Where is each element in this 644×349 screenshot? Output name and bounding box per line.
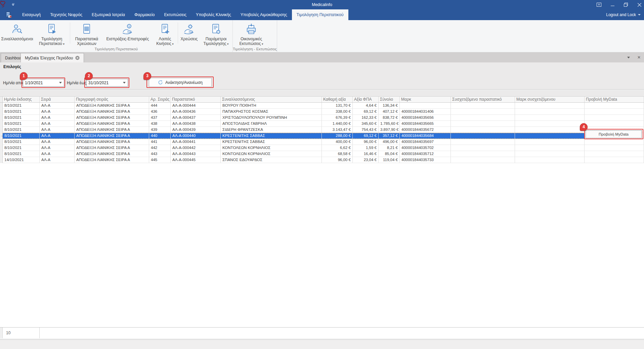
column-header[interactable]: Μαρκ συσχετιζόμενου (515, 97, 585, 102)
menu-tab[interactable]: Εισαγωγή (17, 9, 45, 20)
dropdown-caret-icon: ▾ (171, 42, 174, 46)
grid-cell: 443 (149, 151, 171, 157)
grid-cell (585, 115, 644, 121)
view-mydata-button[interactable]: Προβολή MyData (586, 130, 642, 138)
date-to-input[interactable] (86, 79, 128, 87)
case-invoicing-icon (46, 22, 58, 37)
ribbon-button[interactable]: Παράμετροι Τιμολόγησης ▾ (200, 21, 232, 46)
grid-row[interactable]: 8/10/2021ΑΛ-ΑΑΠΟΔΕΙΞΗ ΛΙΑΝΙΚΗΣ ΣΕΙΡΑ Α43… (0, 115, 644, 121)
grid-cell (451, 121, 515, 127)
menu-tab[interactable]: Φαρμακείο (130, 9, 159, 20)
column-header[interactable]: Αρ. Σειράς (149, 97, 171, 102)
ribbon-button[interactable]: 1Εισπράξεις-Επιστροφές (102, 21, 153, 46)
column-header[interactable]: Συναλλασσόμενος (221, 97, 322, 102)
grid-row[interactable]: →8/10/2021ΑΛ-ΑΑΠΟΔΕΙΞΗ ΛΙΑΝΙΚΗΣ ΣΕΙΡΑ Α4… (0, 133, 644, 139)
menu-tab[interactable]: Τιμολόγηση Περιστατικού (292, 9, 348, 20)
grid-cell (515, 133, 585, 139)
document-tab[interactable]: MyData Έλεγχος Περιόδου (20, 53, 84, 62)
grid-cell: ΑΠΟΔΕΙΞΗ ΛΙΑΝΙΚΗΣ ΣΕΙΡΑ Α (75, 121, 149, 127)
dropdown-caret-icon: ▾ (226, 42, 228, 46)
refresh-button[interactable]: Ανάκτηση/Ανανέωση (149, 78, 212, 87)
tabstrip-close-icon[interactable]: ✕ (637, 55, 641, 59)
grid-row[interactable]: 8/10/2021ΑΛ-ΑΑΠΟΔΕΙΞΗ ΛΙΑΝΙΚΗΣ ΣΕΙΡΑ Α44… (0, 151, 644, 157)
restore-button[interactable] (623, 2, 629, 7)
grid-cell: ΑΠΟΔΕΙΞΗ ΛΙΑΝΙΚΗΣ ΣΕΙΡΑ Α (75, 133, 149, 139)
grid-cell: 338,00 € (322, 109, 353, 115)
logout-and-lock[interactable]: Logout and Lock (606, 9, 641, 20)
clients-icon (11, 22, 23, 37)
tab-close-icon[interactable] (75, 56, 80, 60)
minimize-button[interactable] (610, 2, 615, 7)
close-button[interactable] (637, 2, 642, 7)
menu-tab[interactable]: Υποβολές Κλινικής (191, 9, 236, 20)
application-icon[interactable] (0, 9, 17, 20)
grid-cell: 8/10/2021 (3, 145, 40, 151)
ribbon-display-options-icon[interactable] (596, 2, 602, 7)
grid-cell: ΑΠΟΔΕΙΞΗ ΛΙΑΝΙΚΗΣ ΣΕΙΡΑ Α (75, 139, 149, 145)
grid-cell (515, 139, 585, 145)
column-header[interactable]: Σειρά (40, 97, 75, 102)
grid-cell: 23,04 € (353, 157, 379, 163)
grid-row[interactable]: 8/10/2021ΑΛ-ΑΑΠΟΔΕΙΞΗ ΛΙΑΝΙΚΗΣ ΣΕΙΡΑ Α44… (0, 103, 644, 109)
grid-cell: 400001844035684 (400, 133, 451, 139)
tab-list-chevron-icon[interactable] (627, 57, 630, 58)
menu-tab[interactable]: Τεχνητός Νεφρός (45, 9, 87, 20)
grid-row[interactable]: 8/10/2021ΑΛ-ΑΑΠΟΔΕΙΞΗ ΛΙΑΝΙΚΗΣ ΣΕΙΡΑ Α44… (0, 139, 644, 145)
column-header[interactable]: Ημ/νία έκδοσης (3, 97, 40, 102)
grid-row[interactable]: 8/10/2021ΑΛ-ΑΑΠΟΔΕΙΞΗ ΛΙΑΝΙΚΗΣ ΣΕΙΡΑ Α43… (0, 121, 644, 127)
grid-cell: 288,00 € (322, 133, 353, 139)
grid-cell: 8/10/2021 (3, 115, 40, 121)
grid-cell (515, 127, 585, 133)
grid-row[interactable]: 8/10/2021ΑΛ-ΑΑΠΟΔΕΙΞΗ ΛΙΑΝΙΚΗΣ ΣΕΙΡΑ Α43… (0, 127, 644, 133)
invoices-grid: Ημ/νία έκδοσηςΣειράΠεριγραφή σειράςΑρ. Σ… (0, 96, 644, 339)
row-indicator (0, 121, 3, 127)
column-header[interactable]: Αξία ΦΠΑ (353, 97, 379, 102)
ribbon-button[interactable]: Οικονομικές Εκτυπώσεις ▾ (233, 21, 270, 46)
column-header[interactable]: Προβολή MyData (585, 97, 644, 102)
grid-row[interactable]: 14/10/2021ΑΛ-ΑΑΠΟΔΕΙΞΗ ΛΙΑΝΙΚΗΣ ΣΕΙΡΑ Α4… (0, 157, 644, 163)
ribbon-button[interactable]: Τιμολόγηση Περιστατικού ▾ (34, 21, 69, 46)
date-to-dropdown-icon[interactable] (123, 82, 126, 84)
date-from-dropdown-icon[interactable] (59, 82, 62, 84)
menu-tab[interactable]: Εκτυπώσεις (159, 9, 191, 20)
date-to-label: Ημ/νία έως (67, 81, 86, 85)
column-header[interactable]: Σύνολο (379, 97, 400, 102)
grid-cell: 496,00 € (379, 139, 400, 145)
grid-cell: 400001844035665 (400, 121, 451, 127)
ribbon-button-label: Λοιπές Κινήσεις ▾ (153, 37, 177, 46)
grid-cell: 162,33 € (353, 115, 379, 121)
grid-cell: 400001844031406 (400, 109, 451, 115)
ribbon-separator (70, 22, 70, 44)
column-header[interactable]: Συσχετιζόμενο παραστατικό (451, 97, 515, 102)
column-header[interactable]: Καθαρή αξία (322, 97, 353, 102)
ribbon-button[interactable]: Χρεώσεις (179, 21, 200, 46)
receipts-refunds-icon: 1 (122, 22, 134, 37)
grid-row[interactable]: 8/10/2021ΑΛ-ΑΑΠΟΔΕΙΞΗ ΛΙΑΝΙΚΗΣ ΣΕΙΡΑ Α44… (0, 145, 644, 151)
grid-row[interactable]: 8/10/2021ΑΛ-ΑΑΠΟΔΕΙΞΗ ΛΙΑΝΙΚΗΣ ΣΕΙΡΑ Α43… (0, 109, 644, 115)
grid-cell: 8,21 € (379, 145, 400, 151)
ribbon-button[interactable]: Λοιπές Κινήσεις ▾ (153, 21, 177, 46)
grid-cell: 438 (149, 121, 171, 127)
grid-cell: ΑΠΟΔΕΙΞΗ ΛΙΑΝΙΚΗΣ ΣΕΙΡΑ Α (75, 115, 149, 121)
column-header[interactable]: Μαρκ (400, 97, 451, 102)
grid-cell: 136,34 € (379, 103, 400, 109)
row-indicator (0, 139, 3, 145)
ribbon-button[interactable]: Παραστατικά Χρεώσεων (71, 21, 102, 46)
dropdown-caret-icon: ▾ (62, 42, 65, 46)
grid-cell (585, 121, 644, 127)
grid-header-row: Ημ/νία έκδοσηςΣειράΠεριγραφή σειράςΑρ. Σ… (0, 96, 644, 103)
menu-tab[interactable]: Υποβολές Αιμοκάθαρσης (236, 9, 292, 20)
grid-cell: 96,00 € (322, 157, 353, 163)
grid-cell: ΑΠΟΔΕΙΞΗ ΛΙΑΝΙΚΗΣ ΣΕΙΡΑ Α (75, 103, 149, 109)
menu-tab[interactable]: Εξωτερικά Ιατρεία (87, 9, 130, 20)
ribbon-button[interactable]: Συναλλασσόμενοι (0, 21, 34, 46)
grid-cell (515, 115, 585, 121)
grid-cell: 3.143,47 € (322, 127, 353, 133)
charge-documents-icon (81, 22, 93, 37)
grid-cell: 3.897,90 € (379, 127, 400, 133)
ribbon-group-label: Τιμολόγηση - Εκτυπώσεις (233, 46, 277, 52)
column-header[interactable]: Παραστατικό (171, 97, 221, 102)
grid-cell: 16,46 € (353, 151, 379, 157)
date-from-input[interactable] (23, 79, 64, 87)
column-header[interactable]: Περιγραφή σειράς (75, 97, 149, 102)
